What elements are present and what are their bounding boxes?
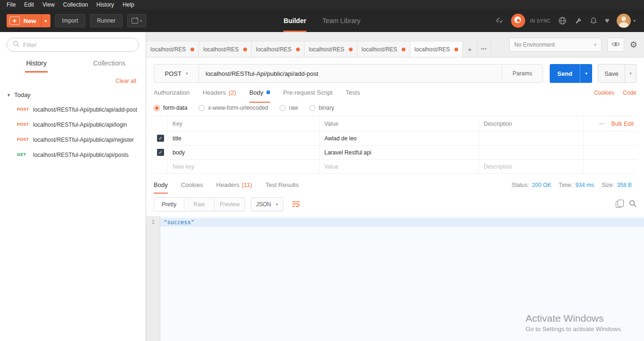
save-button[interactable]: Save (598, 65, 625, 82)
params-button[interactable]: Params (502, 64, 543, 83)
description-cell[interactable] (479, 131, 584, 145)
mode-x-www-form-urlencoded[interactable]: x-www-form-urlencoded (198, 105, 268, 111)
history-item[interactable]: GET localhost/RESTful-Api/public/api/pos… (0, 147, 146, 162)
table-options-icon[interactable]: ••• (599, 122, 604, 126)
search-response-icon[interactable] (629, 200, 636, 209)
table-row: ✓ title Awlad de leo (154, 131, 636, 146)
method-select[interactable]: POST ▾ (154, 64, 199, 83)
sync-status: IN SYNC (511, 14, 551, 28)
chevron-down-icon: ▾ (585, 71, 587, 76)
bulk-edit-link[interactable]: Bulk Edit (611, 121, 634, 127)
open-tabs: localhost/RES localhost/RES localhost/RE… (146, 41, 491, 57)
request-tab-active[interactable]: localhost/RES (410, 41, 463, 57)
body-mode-row: form-data x-www-form-urlencoded raw bina… (154, 105, 636, 111)
menu-history[interactable]: History (93, 0, 118, 9)
save-button-group: Save ▾ (598, 64, 636, 83)
history-url: localhost/RESTful-Api/public/api/posts (33, 151, 140, 159)
add-tab-button[interactable]: + (463, 41, 477, 57)
row-checkbox-checked[interactable]: ✓ (157, 149, 164, 156)
history-item[interactable]: POST localhost/RESTful-Api/public/api/re… (0, 132, 146, 147)
value-cell[interactable]: Laravel Restful api (320, 146, 479, 159)
tab-collections[interactable]: Collections (73, 55, 146, 73)
environment-select[interactable]: No Environment ▾ (509, 38, 602, 52)
menu-edit[interactable]: Edit (20, 0, 38, 9)
wrench-icon[interactable] (574, 17, 582, 25)
new-value-cell[interactable]: Value (320, 160, 479, 173)
request-tab[interactable]: localhost/RES (305, 41, 357, 57)
menu-bar: File Edit View Collection History Help (0, 0, 644, 9)
view-raw-button[interactable]: Raw (184, 198, 215, 211)
menu-collection[interactable]: Collection (59, 0, 92, 9)
key-cell[interactable]: title (168, 131, 320, 145)
table-header-row: Key Value Description ••• Bulk Edit (154, 116, 636, 131)
save-options-caret[interactable]: ▾ (625, 65, 636, 82)
response-code-area[interactable]: "success" (160, 216, 644, 341)
menu-file[interactable]: File (3, 0, 19, 9)
tab-team-library[interactable]: Team Library (322, 9, 361, 32)
request-tab-strip: localhost/RES localhost/RES localhost/RE… (146, 32, 644, 57)
unsaved-dot-icon (296, 48, 300, 51)
satellite-icon[interactable] (495, 16, 504, 25)
new-description-cell[interactable]: Description (479, 160, 584, 173)
format-select[interactable]: JSON ▾ (251, 197, 283, 211)
history-item[interactable]: POST localhost/RESTful-Api/public/api/ad… (0, 102, 146, 117)
settings-button[interactable]: ⚙ (630, 41, 637, 49)
request-tab[interactable]: localhost/RES (199, 41, 252, 57)
send-button-group: Send ▾ (550, 64, 592, 83)
view-pretty-button[interactable]: Pretty (154, 198, 184, 211)
response-tab-test-results[interactable]: Test Results (265, 177, 299, 194)
wrap-text-button[interactable] (289, 197, 303, 211)
mode-raw[interactable]: raw (280, 105, 298, 111)
tab-history[interactable]: History (0, 55, 73, 73)
heart-icon[interactable]: ♥ (605, 16, 610, 25)
tab-authorization[interactable]: Authorization (154, 83, 190, 103)
clear-all-link[interactable]: Clear all (116, 78, 136, 84)
account-menu[interactable]: ▾ (617, 14, 636, 28)
request-tab[interactable]: localhost/RES (252, 41, 305, 57)
code-link[interactable]: Code (623, 89, 636, 96)
url-input[interactable]: localhost/RESTful-Api/public/api/add-pos… (199, 64, 502, 83)
new-dropdown-caret[interactable]: ▾ (41, 14, 50, 27)
more-tabs-button[interactable]: ••• (477, 41, 491, 57)
import-button[interactable]: Import (55, 14, 85, 27)
view-preview-button[interactable]: Preview (215, 198, 245, 211)
new-key-cell[interactable]: New key (168, 160, 320, 173)
mode-binary[interactable]: binary (309, 105, 334, 111)
filter-input[interactable] (23, 41, 133, 49)
cookies-link[interactable]: Cookies (594, 89, 614, 96)
response-tab-cookies[interactable]: Cookies (181, 177, 203, 194)
history-item[interactable]: POST localhost/RESTful-Api/public/api/lo… (0, 117, 146, 132)
request-tab[interactable]: localhost/RES (357, 41, 410, 57)
response-tab-headers[interactable]: Headers (11) (216, 177, 252, 194)
collapse-triangle-icon: ▼ (7, 93, 11, 97)
response-tab-cookies-label: Cookies (181, 181, 203, 188)
table-new-row: New key Value Description (154, 160, 636, 174)
value-cell[interactable]: Awlad de leo (320, 131, 479, 145)
request-tab-label: localhost/RES (362, 46, 399, 53)
tab-pre-request-script[interactable]: Pre-request Script (283, 83, 333, 103)
mode-form-data[interactable]: form-data (154, 105, 187, 111)
send-button[interactable]: Send (550, 64, 580, 83)
tab-builder[interactable]: Builder (283, 9, 306, 32)
menu-view[interactable]: View (39, 0, 58, 9)
environment-preview-button[interactable] (607, 38, 624, 52)
new-button[interactable]: + New ▾ (7, 14, 50, 27)
tab-headers[interactable]: Headers (2) (203, 83, 236, 103)
copy-icon[interactable] (616, 201, 621, 208)
tab-tests[interactable]: Tests (346, 83, 360, 103)
history-url: localhost/RESTful-Api/public/api/login (33, 121, 140, 129)
send-options-caret[interactable]: ▾ (580, 64, 592, 83)
request-tab[interactable]: localhost/RES (146, 41, 199, 57)
description-cell[interactable] (479, 146, 584, 159)
new-window-button[interactable]: ▾ (127, 14, 146, 27)
menu-help[interactable]: Help (119, 0, 138, 9)
history-group-label: Today (14, 91, 31, 98)
key-cell[interactable]: body (168, 146, 320, 159)
runner-button[interactable]: Runner (90, 14, 123, 27)
row-checkbox-checked[interactable]: ✓ (157, 135, 164, 142)
bell-icon[interactable] (590, 17, 597, 25)
history-group-today[interactable]: ▼ Today (0, 87, 146, 102)
response-tab-body[interactable]: Body (154, 177, 168, 194)
interceptor-icon[interactable] (558, 16, 567, 25)
tab-body[interactable]: Body (249, 83, 270, 103)
